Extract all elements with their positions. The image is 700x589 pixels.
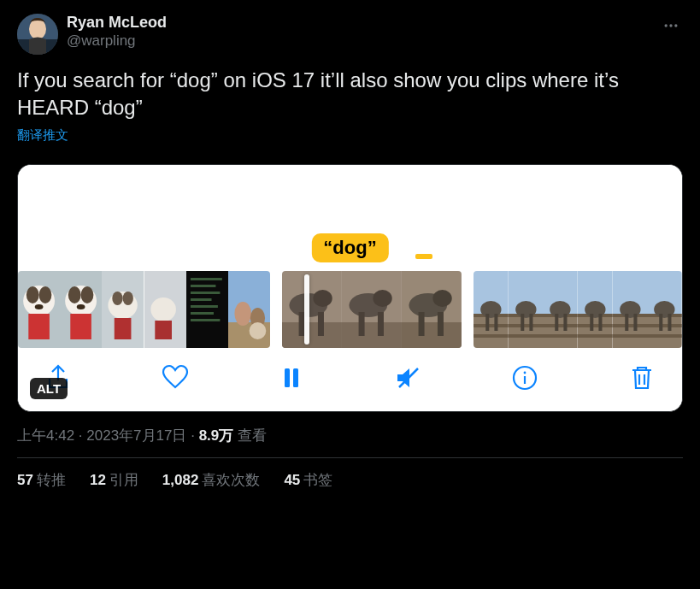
svg-rect-53 (402, 322, 462, 348)
svg-rect-57 (438, 312, 444, 336)
tweet-time[interactable]: 上午4:42 (17, 427, 74, 444)
svg-rect-67 (509, 314, 544, 348)
svg-point-16 (81, 286, 94, 303)
mute-button[interactable] (394, 363, 423, 392)
thumbnail-cluster[interactable] (18, 271, 270, 348)
views-count[interactable]: 8.9万 (199, 427, 234, 444)
svg-rect-78 (543, 334, 578, 338)
tweet-container: Ryan McLeod @warpling If you search for … (0, 0, 700, 502)
svg-point-37 (234, 302, 251, 326)
svg-rect-30 (191, 292, 220, 294)
svg-rect-33 (191, 312, 214, 315)
svg-point-71 (515, 301, 536, 318)
video-thumbnail[interactable] (578, 271, 613, 348)
user-info[interactable]: Ryan McLeod @warpling (17, 14, 167, 55)
thumbnail-cluster[interactable] (282, 271, 462, 348)
media-top-area: “dog” (18, 165, 682, 262)
tweet-meta: 上午4:42 · 2023年7月17日 · 8.9万 查看 (17, 426, 683, 458)
bookmarks-count: 45 (284, 472, 300, 488)
video-thumbnail[interactable] (342, 271, 402, 348)
video-thumbnail[interactable] (144, 271, 186, 348)
thumbnail-cluster[interactable] (474, 271, 682, 348)
svg-rect-27 (186, 271, 228, 348)
svg-rect-31 (191, 298, 212, 301)
favorite-button[interactable] (161, 363, 190, 392)
user-handle[interactable]: @warpling (67, 32, 167, 50)
video-thumbnail[interactable] (282, 271, 342, 348)
retweets-label: 转推 (37, 472, 66, 488)
translate-link[interactable]: 翻译推文 (17, 127, 68, 144)
retweets-stat[interactable]: 57转推 (17, 470, 66, 490)
svg-rect-50 (359, 312, 365, 336)
svg-rect-77 (543, 324, 578, 327)
bookmarks-label: 书签 (303, 472, 332, 488)
tweet-date[interactable]: 2023年7月17日 (86, 427, 186, 444)
svg-point-22 (123, 292, 133, 305)
svg-rect-64 (485, 314, 489, 331)
video-thumbnail[interactable] (60, 271, 102, 348)
svg-point-17 (77, 304, 85, 309)
likes-stat[interactable]: 1,082喜欢次数 (162, 470, 261, 490)
svg-point-10 (39, 286, 52, 303)
more-menu-button[interactable] (659, 14, 683, 41)
bookmarks-stat[interactable]: 45书签 (284, 470, 332, 490)
svg-point-79 (550, 301, 570, 318)
avatar[interactable] (17, 14, 58, 55)
info-button[interactable] (510, 363, 539, 392)
likes-count: 1,082 (162, 472, 199, 488)
video-thumbnail[interactable] (402, 271, 462, 348)
svg-point-110 (524, 371, 526, 374)
svg-rect-65 (494, 314, 497, 331)
svg-rect-93 (613, 324, 648, 327)
video-thumbnail-strip[interactable] (18, 262, 682, 348)
svg-rect-47 (342, 322, 402, 348)
svg-rect-75 (543, 314, 578, 348)
quotes-label: 引用 (109, 472, 138, 488)
svg-point-95 (620, 301, 640, 318)
alt-badge[interactable]: ALT (30, 378, 68, 399)
svg-point-20 (109, 292, 138, 319)
display-name[interactable]: Ryan McLeod (67, 14, 167, 32)
svg-point-49 (374, 290, 392, 307)
svg-point-87 (585, 301, 605, 318)
user-names: Ryan McLeod @warpling (67, 14, 167, 50)
svg-rect-106 (285, 368, 290, 387)
video-thumbnail[interactable] (613, 271, 648, 348)
svg-point-6 (674, 24, 677, 27)
video-thumbnail[interactable] (543, 271, 578, 348)
svg-rect-26 (155, 321, 172, 339)
retweets-count: 57 (17, 472, 33, 488)
svg-rect-34 (191, 319, 220, 321)
svg-point-2 (29, 19, 46, 39)
media-action-bar (18, 348, 682, 411)
scrubber-handle[interactable] (304, 274, 309, 345)
svg-rect-69 (509, 324, 544, 327)
video-thumbnail[interactable] (102, 271, 144, 348)
video-thumbnail[interactable] (647, 271, 682, 348)
svg-rect-105 (668, 314, 672, 331)
svg-point-39 (250, 322, 267, 339)
svg-point-43 (314, 290, 332, 307)
svg-rect-97 (633, 314, 637, 331)
delete-button[interactable] (627, 363, 656, 392)
svg-rect-102 (647, 334, 682, 338)
video-thumbnail[interactable] (509, 271, 544, 348)
svg-rect-89 (598, 314, 602, 331)
svg-rect-62 (474, 334, 509, 338)
svg-rect-72 (521, 314, 524, 331)
quotes-stat[interactable]: 12引用 (90, 470, 138, 490)
video-thumbnail[interactable] (18, 271, 60, 348)
video-thumbnail[interactable] (228, 271, 270, 348)
svg-point-9 (26, 286, 39, 303)
search-term-tag: “dog” (311, 233, 388, 262)
svg-rect-86 (578, 334, 613, 338)
media-attachment[interactable]: “dog” (17, 164, 683, 412)
video-thumbnail[interactable] (186, 271, 228, 348)
tweet-header: Ryan McLeod @warpling (17, 14, 683, 55)
video-thumbnail[interactable] (474, 271, 509, 348)
svg-rect-81 (564, 314, 568, 331)
svg-rect-23 (115, 318, 132, 339)
likes-label: 喜欢次数 (202, 472, 260, 488)
svg-rect-28 (191, 278, 222, 280)
pause-button[interactable] (277, 363, 306, 392)
